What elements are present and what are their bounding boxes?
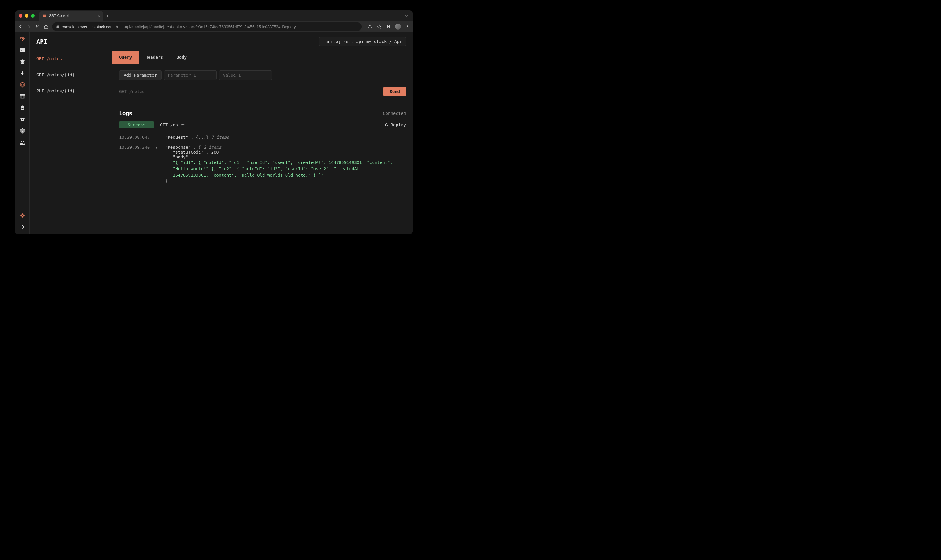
terminal-icon[interactable] (19, 47, 25, 53)
svg-point-18 (20, 129, 21, 130)
minimize-window-button[interactable] (25, 14, 28, 18)
app: API GET /notes GET /notes/{id} PUT /note… (15, 32, 413, 234)
replay-button[interactable]: Replay (384, 122, 406, 127)
route-sidebar: API GET /notes GET /notes/{id} PUT /note… (30, 32, 112, 234)
svg-rect-8 (20, 95, 25, 98)
logo-icon[interactable] (19, 36, 25, 42)
favicon-icon (42, 14, 47, 18)
browser-tab[interactable]: SST Console × (39, 11, 103, 21)
home-button[interactable] (44, 24, 49, 29)
main-panel: manitej-rest-api-my-stack / Api Query He… (112, 32, 413, 234)
url-field[interactable]: console.serverless-stack.com/rest-api/ma… (52, 22, 362, 31)
svg-point-4 (407, 26, 408, 27)
svg-point-17 (20, 132, 21, 132)
svg-rect-1 (44, 15, 46, 15)
expand-icon[interactable]: ▶ (156, 136, 159, 139)
reload-button[interactable] (35, 24, 40, 29)
svg-point-3 (407, 25, 408, 26)
svg-point-5 (407, 28, 408, 28)
graphql-icon[interactable] (19, 128, 25, 134)
new-tab-button[interactable]: + (106, 13, 109, 19)
stack-breadcrumb[interactable]: manitej-rest-api-my-stack / Api (319, 37, 406, 46)
tab-query[interactable]: Query (112, 51, 139, 64)
close-tab-button[interactable]: × (98, 13, 100, 18)
collapse-icon[interactable] (19, 224, 25, 230)
logs-title: Logs (119, 110, 132, 116)
svg-rect-11 (21, 119, 24, 121)
svg-point-21 (21, 215, 23, 217)
browser-actions (368, 24, 410, 30)
params-row: Add Parameter (112, 64, 413, 80)
tab-headers[interactable]: Headers (139, 51, 170, 64)
bookmark-icon[interactable] (377, 24, 382, 29)
bolt-icon[interactable] (19, 70, 25, 76)
route-item[interactable]: GET /notes/{id} (30, 67, 112, 83)
layers-icon[interactable] (19, 59, 25, 65)
send-row: GET /notes Send (112, 80, 413, 103)
globe-icon[interactable] (19, 82, 25, 88)
log-request-summary: "Request" : {...} 7 items (165, 135, 229, 140)
table-icon[interactable] (19, 93, 25, 99)
left-rail (15, 32, 30, 234)
send-button[interactable]: Send (383, 87, 406, 96)
timestamp: 10:39:09.340 (119, 145, 149, 150)
param-name-input[interactable] (164, 70, 217, 80)
replay-label: Replay (390, 122, 406, 127)
log-row-response: 10:39:09.340 ▼ "Response" : { 2 items "s… (119, 142, 406, 186)
svg-point-19 (21, 141, 22, 142)
logs-section: Logs Connected Success GET /notes Replay… (112, 103, 413, 234)
page-title: API (30, 32, 112, 51)
window-controls (19, 14, 35, 18)
log-response-body: "Response" : { 2 items "statusCode" : 20… (165, 145, 402, 183)
svg-rect-10 (20, 118, 25, 119)
users-icon[interactable] (19, 139, 25, 145)
response-body-string: "{ "id1": { "noteId": "id1", "userId": "… (173, 159, 402, 178)
tab-title: SST Console (49, 14, 70, 18)
svg-rect-12 (22, 119, 23, 120)
svg-point-20 (23, 141, 24, 142)
svg-rect-6 (20, 48, 25, 52)
back-button[interactable] (18, 24, 23, 29)
database-icon[interactable] (19, 105, 25, 111)
browser-window: SST Console × + console.serverless-stack… (15, 10, 413, 234)
maximize-window-button[interactable] (31, 14, 35, 18)
request-tabs: Query Headers Body (112, 51, 413, 64)
archive-icon[interactable] (19, 116, 25, 122)
collapse-icon[interactable]: ▼ (156, 146, 159, 149)
log-summary-path: GET /notes (160, 122, 186, 127)
theme-toggle-icon[interactable] (19, 212, 25, 218)
browser-tab-bar: SST Console × + (15, 10, 413, 21)
param-value-input[interactable] (219, 70, 272, 80)
log-row-request: 10:39:08.647 ▶ "Request" : {...} 7 items (119, 132, 406, 142)
logs-header: Logs Connected (119, 110, 406, 116)
close-window-button[interactable] (19, 14, 22, 18)
timestamp: 10:39:08.647 (119, 135, 149, 140)
svg-point-15 (24, 132, 25, 132)
svg-rect-0 (43, 15, 46, 17)
connection-status: Connected (383, 111, 406, 116)
extensions-icon[interactable] (386, 24, 391, 29)
browser-menu-icon[interactable] (405, 25, 410, 29)
request-path-display: GET /notes (119, 89, 145, 94)
log-summary-row: Success GET /notes Replay (119, 121, 406, 128)
add-parameter-button[interactable]: Add Parameter (119, 70, 162, 80)
route-item[interactable]: PUT /notes/{id} (30, 83, 112, 99)
tab-body[interactable]: Body (170, 51, 193, 64)
browser-toolbar: console.serverless-stack.com/rest-api/ma… (15, 21, 413, 32)
svg-rect-2 (57, 26, 59, 28)
forward-button[interactable] (27, 24, 32, 29)
url-path: /rest-api/manitej/api/manitej-rest-api-m… (116, 25, 296, 29)
status-badge: Success (119, 121, 154, 128)
lock-icon (56, 25, 59, 28)
route-item[interactable]: GET /notes (30, 51, 112, 67)
profile-avatar[interactable] (395, 24, 401, 30)
svg-point-16 (22, 133, 23, 134)
svg-point-14 (24, 129, 25, 130)
url-host: console.serverless-stack.com (62, 25, 114, 29)
svg-point-13 (22, 128, 23, 129)
share-icon[interactable] (368, 24, 373, 29)
replay-icon (384, 123, 389, 127)
main-header: manitej-rest-api-my-stack / Api (112, 32, 413, 51)
tabs-menu-icon[interactable] (405, 14, 408, 18)
